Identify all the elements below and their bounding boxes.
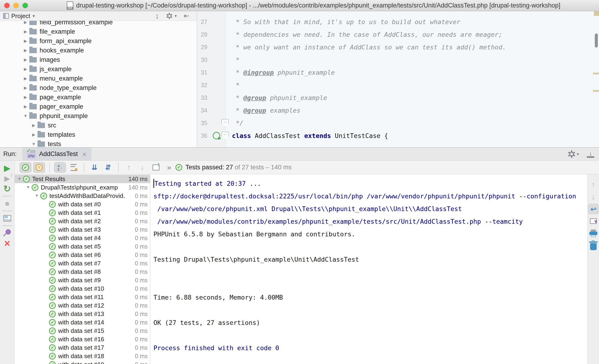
collapsed-arrow-icon[interactable]: ▶ — [30, 123, 37, 128]
project-tree-item-images[interactable]: ▶images — [0, 55, 197, 64]
project-tree-item-templates[interactable]: ▶templates — [0, 130, 197, 139]
expand-all-button[interactable]: ⇊ — [88, 162, 100, 173]
expanded-arrow-icon[interactable]: ▼ — [16, 177, 23, 181]
test-row-drupal-tests-phpunit-examp[interactable]: ▼✓Drupal\Tests\phpunit_examp140 ms — [15, 183, 150, 192]
pin-tab-button[interactable] — [2, 228, 13, 238]
test-label: with data set #7 — [58, 260, 101, 267]
sort-by-duration-toggle[interactable] — [68, 162, 79, 173]
test-row-with-data-set-2[interactable]: ✓with data set #20 ms — [15, 217, 150, 225]
scroll-to-end-button[interactable] — [588, 216, 599, 226]
collapsed-arrow-icon[interactable]: ▶ — [22, 29, 29, 34]
close-window-button[interactable] — [4, 3, 10, 8]
test-row-with-data-set-10[interactable]: ✓with data set #100 ms — [15, 284, 150, 293]
close-panel-button[interactable]: × — [2, 238, 13, 249]
chevron-down-icon[interactable]: ▾ — [33, 13, 35, 19]
collapsed-arrow-icon[interactable]: ▶ — [22, 21, 29, 25]
minimize-window-button[interactable] — [13, 3, 19, 8]
project-tree-item-js-example[interactable]: ▶js_example — [0, 64, 197, 74]
expanded-arrow-icon[interactable]: ▼ — [30, 142, 37, 147]
warning-stripe-mark[interactable] — [593, 73, 599, 74]
test-label: with data set #6 — [58, 251, 101, 259]
expanded-arrow-icon[interactable]: ▼ — [33, 194, 40, 198]
print-button[interactable] — [588, 228, 599, 239]
editor-scrollbar-thumb[interactable] — [595, 34, 598, 48]
collapsed-arrow-icon[interactable]: ▶ — [22, 85, 29, 90]
project-tree-item-menu-example[interactable]: ▶menu_example — [0, 74, 197, 83]
test-row-testaddwithbaddataprovid[interactable]: ▼✓testAddWithBadDataProvid․0 ms — [15, 192, 150, 200]
settings-gear-button[interactable]: ▾ — [166, 12, 177, 20]
scroll-up-button[interactable]: ↑ — [588, 179, 599, 190]
test-row-with-data-set-18[interactable]: ✓with data set #180 ms — [15, 352, 150, 360]
collapsed-arrow-icon[interactable]: ▶ — [22, 76, 29, 81]
collapsed-arrow-icon[interactable]: ▶ — [22, 48, 29, 53]
test-row-with-data-set-6[interactable]: ✓with data set #60 ms — [15, 251, 150, 259]
code-editor[interactable]: 2627 * So with that in mind, it's up to … — [197, 11, 599, 147]
test-row-with-data-set-16[interactable]: ✓with data set #160 ms — [15, 335, 150, 343]
test-row-with-data-set-19[interactable]: ✓with data set #190 ms — [15, 360, 150, 364]
show-ignored-toggle[interactable]: ≡ — [33, 162, 45, 173]
project-tree-item-pager-example[interactable]: ▶pager_example — [0, 102, 197, 111]
test-console-output[interactable]: Testing started at 20:37 ...sftp://docke… — [150, 174, 588, 364]
collapsed-arrow-icon[interactable]: ▶ — [22, 67, 29, 72]
project-tree-item-phpunit-example[interactable]: ▼phpunit_example — [0, 111, 197, 121]
expanded-arrow-icon[interactable]: ▼ — [22, 114, 29, 118]
test-row-with-data-set-12[interactable]: ✓with data set #120 ms — [15, 301, 150, 310]
expanded-arrow-icon[interactable]: ▼ — [25, 185, 32, 190]
test-row-with-data-set-5[interactable]: ✓with data set #50 ms — [15, 242, 150, 251]
warning-stripe-mark[interactable] — [593, 90, 599, 92]
project-tree-item-tests[interactable]: ▼tests — [0, 139, 197, 147]
test-row-with-data-set-3[interactable]: ✓with data set #30 ms — [15, 225, 150, 234]
zoom-window-button[interactable] — [23, 3, 28, 8]
project-tree-item-file-example[interactable]: ▶file_example — [0, 27, 197, 36]
run-test-gutter-icon[interactable] — [213, 132, 220, 139]
status-check-icon: ✓ — [176, 164, 182, 171]
rerun-failed-tests-button[interactable]: ▶! — [2, 173, 13, 184]
test-row-with-data-set-13[interactable]: ✓with data set #130 ms — [15, 310, 150, 318]
soft-wrap-toggle[interactable]: ↩ — [588, 204, 599, 214]
test-row-with-data-set-0[interactable]: ✓with data set #00 ms — [15, 200, 150, 208]
test-row-with-data-set-11[interactable]: ✓with data set #110 ms — [15, 293, 150, 301]
test-row-with-data-set-4[interactable]: ✓with data set #40 ms — [15, 234, 150, 242]
collapsed-arrow-icon[interactable]: ▶ — [30, 132, 37, 137]
stop-button[interactable]: ■ — [2, 198, 13, 209]
collapsed-arrow-icon[interactable]: ▶ — [22, 38, 29, 44]
collapse-all-icon[interactable]: ↨ — [155, 13, 159, 19]
sort-alphabetically-toggle[interactable]: az↓ — [54, 162, 66, 173]
previous-occurrence-button[interactable]: ↑ — [123, 162, 135, 173]
test-row-with-data-set-9[interactable]: ✓with data set #90 ms — [15, 276, 150, 284]
project-tree-item-node-type-example[interactable]: ▶node_type_example — [0, 83, 197, 93]
test-row-test-results[interactable]: ▼✓Test Results140 ms — [15, 175, 150, 183]
clear-output-button[interactable] — [588, 240, 599, 251]
project-tree[interactable]: ▶field_permission_example▶file_example▶f… — [0, 21, 197, 147]
next-occurrence-button[interactable]: ↓ — [137, 162, 148, 173]
collapsed-arrow-icon[interactable]: ▶ — [22, 95, 29, 100]
close-tab-icon[interactable]: × — [82, 150, 87, 158]
hide-tool-window-icon[interactable]: ↓ — [587, 150, 594, 158]
show-passed-toggle[interactable]: ✓ — [20, 162, 31, 173]
collapse-all-button[interactable]: ⇵ — [102, 162, 114, 173]
test-row-with-data-set-17[interactable]: ✓with data set #170 ms — [15, 343, 150, 352]
project-tree-item-src[interactable]: ▶src — [0, 121, 197, 130]
restore-layout-button[interactable] — [2, 213, 13, 223]
test-results-tree[interactable]: ▼✓Test Results140 ms▼✓Drupal\Tests\phpun… — [15, 174, 150, 364]
project-tree-item-form-api-example[interactable]: ▶form_api_example — [0, 36, 197, 46]
import-test-results-button[interactable] — [150, 162, 162, 173]
test-row-with-data-set-14[interactable]: ✓with data set #140 ms — [15, 318, 150, 327]
hide-panel-icon[interactable]: ⇤ — [184, 13, 189, 19]
rerun-tests-button[interactable]: ▶ — [2, 163, 13, 173]
toggle-auto-test-button[interactable]: ↻ — [2, 184, 13, 194]
test-row-with-data-set-15[interactable]: ✓with data set #150 ms — [15, 327, 150, 335]
run-settings-button[interactable]: ▾ — [568, 150, 579, 158]
test-row-with-data-set-8[interactable]: ✓with data set #80 ms — [15, 267, 150, 276]
collapsed-arrow-icon[interactable]: ▶ — [22, 57, 29, 62]
project-tree-item-page-example[interactable]: ▶page_example — [0, 93, 197, 102]
project-tree-item-hooks-example[interactable]: ▶hooks_example — [0, 46, 197, 55]
inspection-indicator[interactable] — [594, 11, 599, 16]
project-tree-item-field-permission-example[interactable]: ▶field_permission_example — [0, 21, 197, 27]
test-row-with-data-set-7[interactable]: ✓with data set #70 ms — [15, 259, 150, 267]
collapsed-arrow-icon[interactable]: ▶ — [22, 104, 29, 109]
run-tab-addclasstest[interactable]: php ✓ AddClassTest × — [22, 148, 91, 160]
test-row-with-data-set-1[interactable]: ✓with data set #10 ms — [15, 208, 150, 217]
more-options-icon[interactable]: » — [167, 163, 171, 172]
scroll-down-button[interactable]: ↓ — [588, 192, 599, 202]
